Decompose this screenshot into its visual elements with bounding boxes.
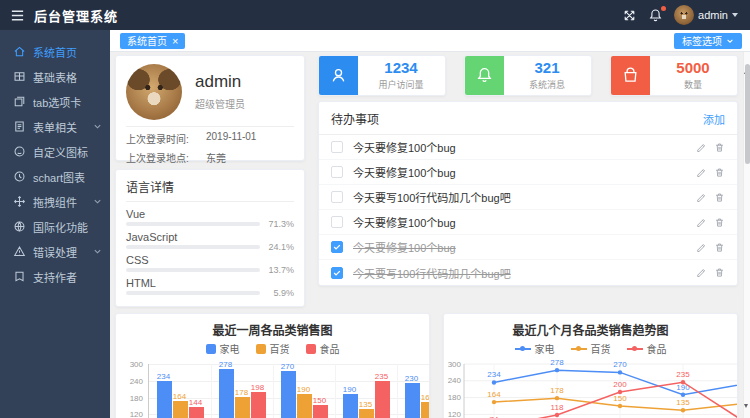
- legend-item: 食品: [306, 341, 340, 356]
- scroll-down-button[interactable]: [744, 408, 750, 417]
- todo-checkbox[interactable]: [331, 191, 343, 203]
- delete-icon[interactable]: [714, 267, 725, 278]
- bar-value-label: 230: [400, 374, 423, 383]
- user-dropdown[interactable]: admin: [674, 5, 738, 25]
- data-point: [555, 413, 559, 417]
- bar-value-label: 235: [370, 372, 393, 381]
- language-list: Vue 71.3% JavaScript 24.1% CSS 13.7% HTM…: [126, 208, 294, 296]
- todo-item: 今天要修复100个bug: [319, 210, 737, 235]
- dashboard-content: admin 超级管理员 上次登录时间: 2019-11-01 上次登录地点: 东…: [110, 52, 743, 418]
- data-point: [492, 400, 496, 404]
- delete-icon[interactable]: [714, 242, 725, 253]
- todo-list: 今天要修复100个bug 今天要修复100个bug 今天要写100行代码加几个b…: [319, 135, 737, 285]
- legend-item: 家电: [515, 341, 555, 356]
- edit-icon[interactable]: [696, 267, 707, 278]
- data-point: [681, 380, 685, 384]
- bar-value-label: 190: [338, 385, 361, 394]
- sidebar-item[interactable]: 错误处理: [0, 239, 110, 264]
- stat-card: 321 系统消息: [464, 55, 592, 96]
- globe-icon: [13, 220, 26, 233]
- chevron-down-icon: [93, 247, 102, 256]
- edit-icon[interactable]: [696, 167, 707, 178]
- delete-icon[interactable]: [714, 192, 725, 203]
- legend-label: 百货: [270, 341, 290, 356]
- sidebar-item-label: 拖拽组件: [33, 194, 93, 210]
- line-chart-legend: 家电百货食品: [444, 343, 737, 354]
- delete-icon[interactable]: [714, 167, 725, 178]
- bar-value-label: 150: [308, 396, 331, 405]
- todo-checkbox[interactable]: [331, 241, 343, 253]
- legend-line-marker: [571, 348, 587, 350]
- todo-checkbox[interactable]: [331, 141, 343, 153]
- vertical-scrollbar[interactable]: [743, 52, 750, 418]
- tab-home[interactable]: 系统首页 ×: [120, 33, 185, 49]
- custom-icon: [13, 145, 26, 158]
- legend-item: 百货: [571, 341, 611, 356]
- stats-row: 1234 用户访问量 321 系统消息 5000 数量: [318, 55, 738, 96]
- todo-add-link[interactable]: 添加: [703, 111, 725, 127]
- sidebar-item[interactable]: 表单相关: [0, 114, 110, 139]
- stat-card: 1234 用户访问量: [318, 55, 446, 96]
- todo-checkbox[interactable]: [331, 166, 343, 178]
- edit-icon[interactable]: [696, 242, 707, 253]
- language-row: Vue 71.3%: [126, 208, 294, 227]
- notification-badge: [661, 6, 666, 11]
- last-login-time-value: 2019-11-01: [206, 131, 256, 146]
- y-tick-label: 240: [116, 377, 143, 386]
- sidebar-item[interactable]: 支持作者: [0, 264, 110, 289]
- data-point: [618, 390, 622, 394]
- todo-text: 今天要写100行代码加几个bug吧: [353, 189, 696, 205]
- menu-toggle-icon[interactable]: [0, 8, 34, 23]
- data-point: [618, 404, 622, 408]
- scroll-up-button[interactable]: [744, 53, 750, 62]
- sidebar-item[interactable]: tab选项卡: [0, 89, 110, 114]
- language-row: HTML 5.9%: [126, 277, 294, 296]
- sidebar-item[interactable]: 国际化功能: [0, 214, 110, 239]
- legend-item: 家电: [206, 341, 240, 356]
- y-tick-label: 180: [448, 393, 462, 402]
- sidebar-item[interactable]: 拖拽组件: [0, 189, 110, 214]
- legend-swatch: [256, 344, 266, 354]
- bar: [359, 409, 374, 418]
- chevron-down-icon: [93, 122, 102, 131]
- bar-value-label: 160: [416, 393, 430, 402]
- legend-line-marker: [515, 348, 531, 350]
- sidebar-item[interactable]: schart图表: [0, 164, 110, 189]
- close-icon[interactable]: ×: [172, 36, 178, 46]
- scroll-thumb[interactable]: [745, 64, 750, 164]
- bell-icon[interactable]: [648, 8, 663, 23]
- legend-swatch: [306, 344, 316, 354]
- todo-checkbox[interactable]: [331, 216, 343, 228]
- delete-icon[interactable]: [714, 142, 725, 153]
- sidebar-item[interactable]: 基础表格: [0, 64, 110, 89]
- edit-icon[interactable]: [696, 217, 707, 228]
- bell-icon: [464, 55, 504, 96]
- y-tick-label: 180: [116, 394, 143, 403]
- drag-icon: [13, 195, 26, 208]
- language-percent: 24.1%: [260, 242, 294, 252]
- language-card: 语言详情 Vue 71.3% JavaScript 24.1% CSS 13.7…: [115, 169, 305, 307]
- sidebar-item-label: 支持作者: [33, 269, 102, 285]
- divider: [126, 126, 294, 127]
- point-value-label: 270: [613, 360, 627, 369]
- fullscreen-icon[interactable]: [622, 8, 637, 23]
- grid-line: [273, 364, 274, 418]
- sidebar-item[interactable]: 系统首页: [0, 39, 110, 64]
- y-tick-label: 300: [448, 360, 462, 369]
- todo-text: 今天要修复100个bug: [353, 139, 696, 155]
- delete-icon[interactable]: [714, 217, 725, 228]
- last-login-time-label: 上次登录时间:: [126, 131, 206, 146]
- language-row: CSS 13.7%: [126, 254, 294, 273]
- tag-options-button[interactable]: 标签选项: [674, 33, 742, 49]
- edit-icon[interactable]: [696, 142, 707, 153]
- todo-item: 今天要修复100个bug: [319, 160, 737, 185]
- todo-checkbox[interactable]: [331, 267, 343, 279]
- sidebar-item-label: tab选项卡: [33, 94, 102, 110]
- legend-label: 家电: [220, 341, 240, 356]
- grid-line: [335, 364, 336, 418]
- edit-icon[interactable]: [696, 192, 707, 203]
- todo-text: 今天要修复100个bug: [353, 239, 696, 255]
- support-icon: [13, 270, 26, 283]
- sidebar-item[interactable]: 自定义图标: [0, 139, 110, 164]
- stat-value: 5000: [676, 60, 709, 76]
